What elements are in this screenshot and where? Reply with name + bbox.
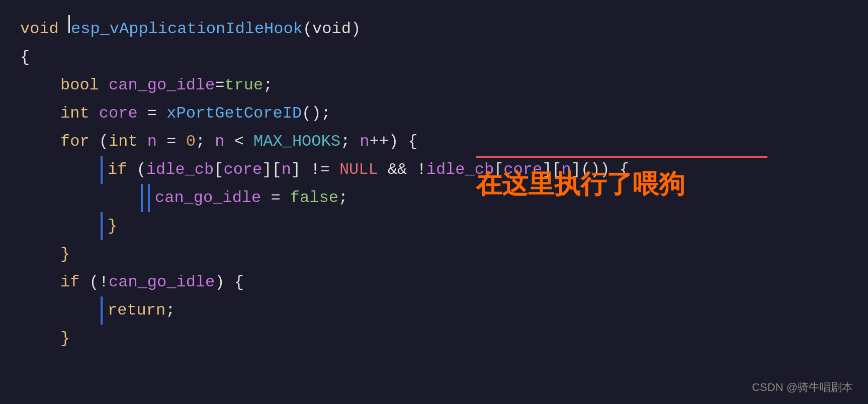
arr-n-1: n	[282, 156, 291, 184]
var-can-go-idle: can_go_idle	[109, 71, 215, 99]
var-can-go-idle-3: can_go_idle	[109, 268, 215, 296]
code-line-9: }	[20, 240, 848, 268]
keyword-int-for: int	[109, 128, 138, 156]
func-name: esp_vApplicationIdleHook	[71, 15, 303, 43]
arr-idle-cb-1: idle_cb	[146, 156, 214, 184]
var-n2: n	[215, 128, 224, 156]
code-line-8: }	[20, 212, 848, 240]
code-line-11: return ;	[20, 296, 848, 325]
func-params: (void)	[303, 15, 361, 43]
arr-core-1: core	[223, 156, 262, 184]
code-line-10: if (! can_go_idle ) {	[20, 268, 848, 296]
code-container: void esp_vApplicationIdleHook (void) { b…	[0, 0, 868, 404]
close-brace-for: }	[60, 240, 70, 268]
code-line-2: {	[20, 43, 848, 71]
val-0: 0	[186, 128, 196, 156]
func-xportgetcoreid: xPortGetCoreID	[166, 99, 302, 128]
keyword-for: for	[60, 128, 90, 156]
const-max-hooks: MAX_HOOKS	[253, 128, 340, 156]
code-line-12: }	[20, 325, 848, 353]
keyword-bool: bool	[60, 71, 99, 99]
var-n: n	[147, 128, 157, 156]
open-brace-main: {	[20, 43, 30, 71]
bar-indent-11	[101, 296, 103, 325]
bar-indent-7b	[148, 184, 150, 212]
val-false: false	[290, 184, 338, 212]
bar-indent-7a	[141, 184, 143, 212]
annotation-text: 在这里执行了喂狗	[476, 167, 767, 202]
keyword-if-2: if	[60, 268, 79, 296]
null-keyword: NULL	[339, 156, 378, 184]
bar-indent-8	[101, 212, 103, 240]
val-true: true	[224, 71, 263, 99]
close-brace-if: }	[108, 212, 117, 240]
var-core: core	[99, 99, 138, 128]
close-brace-if2: }	[60, 325, 70, 353]
keyword-if-1: if	[108, 156, 127, 184]
code-line-4: int core = xPortGetCoreID ();	[20, 99, 848, 128]
annotation-underline	[476, 156, 767, 158]
cursor	[68, 15, 70, 33]
code-line-1: void esp_vApplicationIdleHook (void)	[20, 15, 848, 43]
code-line-5: for ( int n = 0 ; n < MAX_HOOKS ; n ++) …	[20, 128, 848, 156]
keyword-return: return	[108, 296, 165, 325]
var-can-go-idle-2: can_go_idle	[155, 184, 261, 212]
var-n3: n	[360, 128, 369, 156]
watermark: CSDN @骑牛唱剧本	[752, 380, 853, 395]
code-line-3: bool can_go_idle = true ;	[20, 71, 848, 99]
annotation: 在这里执行了喂狗	[476, 156, 767, 202]
bar-indent-6	[101, 156, 103, 184]
keyword-int: int	[60, 99, 90, 128]
keyword-void: void	[20, 15, 59, 43]
